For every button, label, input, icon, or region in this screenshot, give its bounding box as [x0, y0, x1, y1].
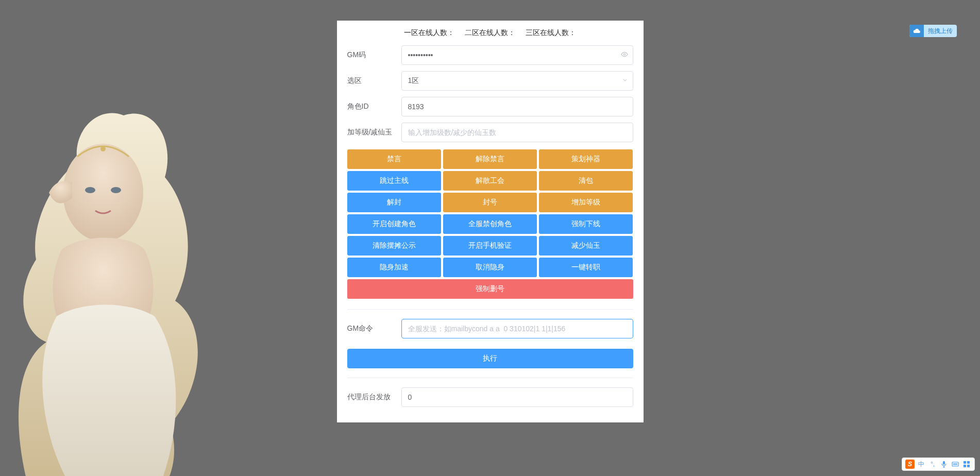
svg-point-2	[111, 187, 121, 193]
role-id-input[interactable]	[401, 97, 633, 116]
zone1-online: 一区在线人数：	[404, 28, 454, 37]
gm-code-label: GM码	[347, 50, 401, 60]
keyboard-icon[interactable]	[951, 460, 960, 469]
cloud-icon	[909, 25, 924, 37]
ime-lang-button[interactable]: 中	[917, 460, 926, 469]
microphone-icon[interactable]	[939, 460, 949, 469]
clear-bag-button[interactable]: 清包	[539, 171, 633, 191]
artifact-button[interactable]: 策划神器	[539, 149, 633, 169]
zone3-online: 三区在线人数：	[526, 28, 576, 37]
agent-grant-input[interactable]	[401, 387, 633, 407]
unban-button[interactable]: 解封	[347, 193, 441, 212]
grid-icon[interactable]	[962, 460, 971, 469]
action-button-grid: 禁言 解除禁言 策划神器 跳过主线 解散工会 清包 解封 封号 增加等级 开启创…	[346, 148, 634, 300]
gm-command-input[interactable]	[401, 319, 633, 338]
stealth-speed-button[interactable]: 隐身加速	[347, 258, 441, 277]
gm-code-input[interactable]	[401, 45, 633, 65]
zone-label: 选区	[347, 76, 401, 86]
execute-button[interactable]: 执行	[347, 349, 633, 368]
eye-icon[interactable]	[621, 51, 628, 60]
divider	[347, 378, 633, 378]
disable-create-role-button[interactable]: 全服禁创角色	[443, 214, 537, 234]
enable-create-role-button[interactable]: 开启创建角色	[347, 214, 441, 234]
online-count-header: 一区在线人数： 二区在线人数： 三区在线人数：	[347, 28, 633, 45]
ime-toolbar[interactable]: S 中 °,	[902, 457, 975, 471]
ime-punct-icon[interactable]: °,	[928, 460, 937, 469]
cancel-stealth-button[interactable]: 取消隐身	[443, 258, 537, 277]
character-illustration	[0, 95, 211, 476]
gm-command-label: GM命令	[347, 324, 401, 333]
svg-rect-10	[967, 461, 970, 464]
add-level-button[interactable]: 增加等级	[539, 193, 633, 212]
disband-guild-button[interactable]: 解散工会	[443, 171, 537, 191]
svg-point-0	[63, 144, 143, 242]
agent-grant-label: 代理后台发放	[347, 393, 401, 402]
upload-badge-text: 拖拽上传	[924, 27, 957, 36]
enable-phone-verify-button[interactable]: 开启手机验证	[443, 236, 537, 256]
mute-button[interactable]: 禁言	[347, 149, 441, 169]
svg-rect-12	[967, 465, 970, 467]
force-delete-button[interactable]: 强制删号	[347, 279, 633, 299]
reduce-jade-button[interactable]: 减少仙玉	[539, 236, 633, 256]
ban-button[interactable]: 封号	[443, 193, 537, 212]
clear-stall-button[interactable]: 清除摆摊公示	[347, 236, 441, 256]
divider	[347, 309, 633, 310]
svg-point-1	[85, 187, 95, 193]
change-class-button[interactable]: 一键转职	[539, 258, 633, 277]
svg-point-3	[100, 146, 106, 151]
gm-admin-panel: 一区在线人数： 二区在线人数： 三区在线人数： GM码 选区 角色ID 加等级/…	[337, 21, 644, 422]
zone-select[interactable]	[401, 71, 633, 91]
skip-main-button[interactable]: 跳过主线	[347, 171, 441, 191]
svg-rect-6	[952, 462, 958, 466]
svg-rect-5	[943, 461, 945, 465]
chevron-down-icon[interactable]	[622, 77, 628, 85]
sogou-logo-icon[interactable]: S	[905, 460, 915, 469]
force-offline-button[interactable]: 强制下线	[539, 214, 633, 234]
svg-point-4	[623, 54, 626, 56]
unmute-button[interactable]: 解除禁言	[443, 149, 537, 169]
level-input[interactable]	[401, 123, 633, 142]
svg-rect-9	[964, 461, 966, 464]
role-id-label: 角色ID	[347, 102, 401, 111]
level-label: 加等级/减仙玉	[347, 128, 401, 137]
zone2-online: 二区在线人数：	[465, 28, 515, 37]
drag-upload-badge[interactable]: 拖拽上传	[909, 25, 957, 37]
svg-rect-11	[964, 465, 966, 467]
